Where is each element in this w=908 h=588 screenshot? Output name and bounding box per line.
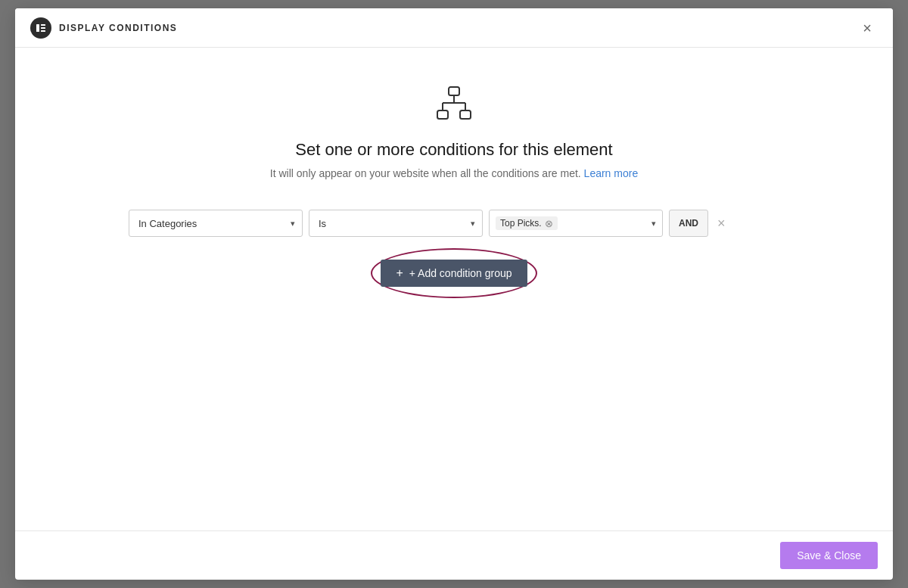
conditions-row: In Categories Tag Author Post Type ▾ Is … xyxy=(129,210,779,237)
modal-title: DISPLAY CONDITIONS xyxy=(59,23,857,33)
main-heading: Set one or more conditions for this elem… xyxy=(295,140,612,160)
add-condition-wrapper: + + Add condition group xyxy=(381,260,527,287)
svg-rect-2 xyxy=(41,27,45,29)
svg-rect-6 xyxy=(460,110,471,119)
tag-value-select[interactable]: Top Picks. ⊗ ▾ xyxy=(489,210,663,237)
subtext-label: It will only appear on your website when… xyxy=(270,167,581,179)
add-condition-group-button[interactable]: + + Add condition group xyxy=(381,260,527,287)
modal-footer: Save & Close xyxy=(15,530,893,580)
svg-rect-4 xyxy=(449,87,459,95)
operator-select[interactable]: Is Is Not xyxy=(309,210,483,237)
save-close-button[interactable]: Save & Close xyxy=(780,542,878,569)
sub-text: It will only appear on your website when… xyxy=(270,167,638,179)
category-select[interactable]: In Categories Tag Author Post Type xyxy=(129,210,303,237)
operator-select-wrapper: Is Is Not ▾ xyxy=(309,210,483,237)
tag-chip: Top Picks. ⊗ xyxy=(496,216,558,230)
modal-header: DISPLAY CONDITIONS × xyxy=(15,8,893,48)
close-button[interactable]: × xyxy=(857,17,878,39)
modal-overlay: DISPLAY CONDITIONS × xyxy=(0,0,908,588)
delete-row-button[interactable]: × xyxy=(714,216,729,232)
category-select-wrapper: In Categories Tag Author Post Type ▾ xyxy=(129,210,303,237)
modal-body: Set one or more conditions for this elem… xyxy=(15,48,893,530)
tag-select-chevron-icon: ▾ xyxy=(651,219,656,229)
svg-rect-5 xyxy=(437,110,448,119)
svg-rect-3 xyxy=(41,30,45,32)
svg-rect-1 xyxy=(41,24,45,26)
learn-more-link[interactable]: Learn more xyxy=(584,167,639,179)
tag-chip-remove-icon[interactable]: ⊗ xyxy=(545,219,553,229)
tag-chip-label: Top Picks. xyxy=(500,218,542,229)
add-condition-label: + Add condition group xyxy=(409,267,512,279)
svg-rect-0 xyxy=(36,24,39,32)
modal: DISPLAY CONDITIONS × xyxy=(15,8,893,580)
hierarchy-icon xyxy=(436,86,472,125)
elementor-icon-wrapper xyxy=(30,17,51,39)
and-button[interactable]: AND xyxy=(669,210,708,237)
elementor-icon xyxy=(36,23,46,33)
plus-icon: + xyxy=(396,266,403,280)
